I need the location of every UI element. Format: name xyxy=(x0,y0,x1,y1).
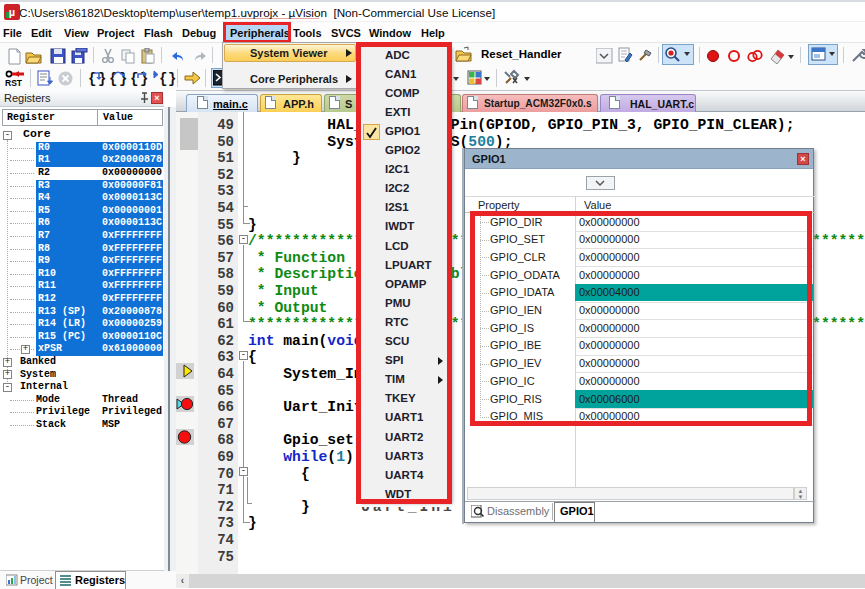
svg-text:µ: µ xyxy=(9,6,15,18)
svg-text:{: { xyxy=(159,71,167,87)
svg-text:RST: RST xyxy=(5,78,23,88)
svg-text:}: } xyxy=(168,71,176,87)
svg-text:{: { xyxy=(130,71,138,87)
